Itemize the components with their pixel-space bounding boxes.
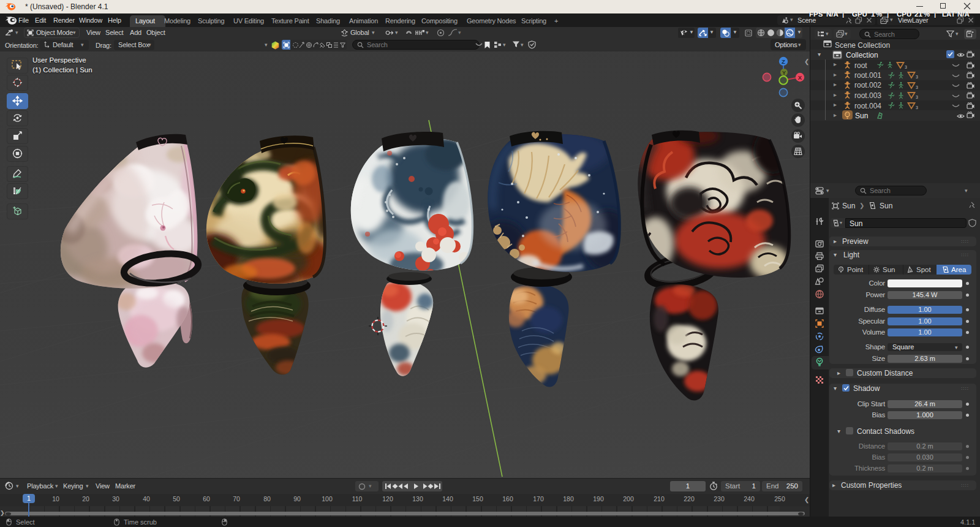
svg-text:Z: Z xyxy=(782,58,785,65)
svg-text:3: 3 xyxy=(916,95,918,99)
svg-text:3: 3 xyxy=(905,65,907,69)
svg-text:Y: Y xyxy=(782,70,786,76)
svg-text:3: 3 xyxy=(916,85,918,89)
svg-text:3: 3 xyxy=(916,105,918,110)
svg-text:X: X xyxy=(798,74,802,81)
svg-text:3: 3 xyxy=(916,75,918,79)
